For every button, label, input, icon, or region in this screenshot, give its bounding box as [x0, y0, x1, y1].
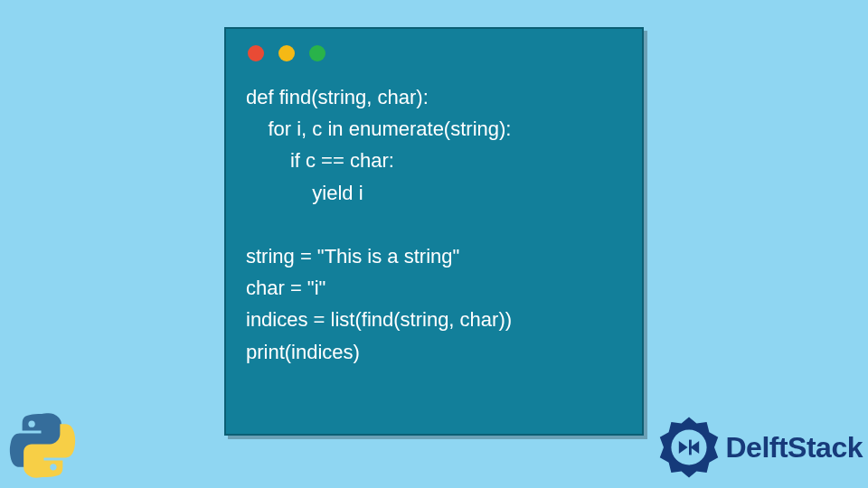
- minimize-dot-icon: [278, 45, 295, 61]
- window-dots: [248, 45, 622, 61]
- code-line: if c == char:: [246, 149, 394, 172]
- code-line: print(indices): [246, 341, 360, 363]
- code-line: char = "i": [246, 277, 326, 299]
- brand-name: DelftStack: [726, 431, 863, 465]
- close-dot-icon: [248, 45, 264, 61]
- code-line: indices = list(find(string, char)): [246, 308, 512, 331]
- code-line: string = "This is a string": [246, 245, 459, 267]
- code-line: for i, c in enumerate(string):: [246, 117, 511, 140]
- code-card: def find(string, char): for i, c in enum…: [224, 27, 644, 436]
- maximize-dot-icon: [309, 45, 326, 61]
- python-logo-icon: [5, 408, 80, 483]
- code-block: def find(string, char): for i, c in enum…: [246, 81, 622, 368]
- delftstack-logo-icon: [657, 416, 721, 479]
- delftstack-brand: DelftStack: [657, 416, 863, 479]
- code-line: yield i: [246, 182, 363, 204]
- code-line: def find(string, char):: [246, 86, 429, 108]
